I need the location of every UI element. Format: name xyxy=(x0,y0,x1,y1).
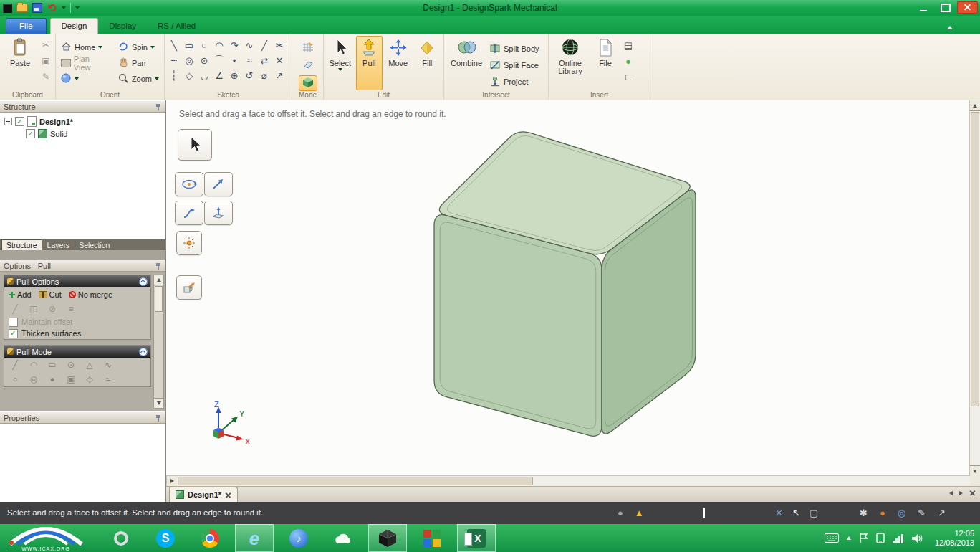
model-cube[interactable] xyxy=(166,100,980,476)
maintain-offset-box-icon[interactable] xyxy=(9,318,18,327)
home-button[interactable]: Home xyxy=(59,40,110,54)
cursor-arrow-icon[interactable]: ↖ xyxy=(792,508,800,518)
insert-sphere-icon[interactable]: ● xyxy=(622,54,635,67)
paste-button[interactable]: Paste xyxy=(3,36,37,90)
tab-rs-allied[interactable]: RS / Allied xyxy=(147,19,206,34)
polygon-icon[interactable]: ◇ xyxy=(183,69,196,82)
annotate-pencil-icon[interactable]: ✎ xyxy=(918,508,926,518)
fill-button[interactable]: Fill xyxy=(414,36,441,90)
network-signal-icon[interactable] xyxy=(893,533,903,543)
warning-icon[interactable]: ▲ xyxy=(635,508,644,518)
taskbar-clock[interactable]: 12:05 12/08/2013 xyxy=(935,529,974,548)
thicken-surfaces-checkbox[interactable]: Thicken surfaces xyxy=(4,328,150,339)
format-painter-icon[interactable]: ✎ xyxy=(39,70,52,83)
tree-item-design1-label[interactable]: Design1* xyxy=(39,118,73,126)
split-body-button[interactable]: Split Body xyxy=(488,42,542,56)
options-pin-icon[interactable] xyxy=(155,262,162,270)
cut-icon[interactable]: ✂ xyxy=(39,39,52,52)
arc-icon[interactable]: ◠ xyxy=(213,39,226,52)
scroll-up-icon[interactable] xyxy=(154,275,163,285)
spin-dropdown-icon[interactable] xyxy=(150,46,155,49)
project-button[interactable]: Project xyxy=(488,75,542,89)
maximize-button[interactable] xyxy=(935,1,956,14)
pull-options-header[interactable]: Pull Options xyxy=(4,275,150,287)
circle-icon[interactable]: ○ xyxy=(198,39,211,52)
hscroll-right-icon[interactable] xyxy=(166,476,177,486)
diameter-icon[interactable]: ⌀ xyxy=(258,69,271,82)
insert-relation-icon[interactable]: ∟ xyxy=(622,70,635,83)
collapse-pull-options-icon[interactable] xyxy=(139,277,148,286)
cut-option[interactable]: Cut xyxy=(39,290,62,299)
blend-mode-icon[interactable]: ≈ xyxy=(102,373,115,386)
vscroll-down-icon[interactable] xyxy=(970,465,980,476)
line-icon[interactable]: ╲ xyxy=(168,39,181,52)
touch-keyboard-icon[interactable] xyxy=(825,533,839,543)
view-sphere-dropdown-icon[interactable] xyxy=(75,77,79,80)
add-option[interactable]: Add xyxy=(9,290,32,299)
taskbar-itunes-button[interactable] xyxy=(279,524,318,552)
copy-icon[interactable]: ▣ xyxy=(39,54,52,67)
volume-icon[interactable] xyxy=(911,533,923,543)
measure-pen-icon[interactable]: ↗ xyxy=(938,508,946,518)
tree-row-design1[interactable]: Design1* xyxy=(4,115,161,128)
revolve-mode-icon[interactable]: ⊙ xyxy=(64,358,77,371)
vscroll-up-icon[interactable] xyxy=(970,100,980,111)
scroll-down-icon[interactable] xyxy=(154,398,163,408)
taskbar-colors-app-button[interactable] xyxy=(413,524,451,552)
taskbar-designspark-button[interactable] xyxy=(368,524,407,552)
close-button[interactable] xyxy=(957,1,978,14)
properties-pin-icon[interactable] xyxy=(155,414,162,422)
combine-button[interactable]: Combine xyxy=(447,36,486,90)
full-pull-mode-icon[interactable]: ● xyxy=(46,373,59,386)
pull-direction-icon[interactable]: ╱ xyxy=(9,303,21,315)
pull-no-icon[interactable]: ⊘ xyxy=(46,303,59,315)
split-face-button[interactable]: Split Face xyxy=(488,58,542,72)
collapse-node-icon[interactable] xyxy=(4,118,12,125)
tab-selection[interactable]: Selection xyxy=(75,239,114,250)
canvas-orbit-tool[interactable] xyxy=(175,172,203,196)
move-button[interactable]: Move xyxy=(385,36,412,90)
taskbar-excel-button[interactable] xyxy=(457,524,496,552)
insert-image-icon[interactable]: ▤ xyxy=(622,39,635,52)
canvas-pull-body-tool[interactable] xyxy=(176,275,202,300)
pan-button[interactable]: Pan xyxy=(116,56,161,70)
taskbar-chrome-button[interactable] xyxy=(191,524,229,552)
sweep-mode-icon[interactable]: ∿ xyxy=(102,358,115,371)
ready-indicator-icon[interactable]: ● xyxy=(618,508,623,518)
zoom-dropdown-icon[interactable] xyxy=(155,77,159,80)
taskbar-ie-button[interactable]: e xyxy=(235,524,274,552)
maintain-offset-checkbox[interactable]: Maintain offset xyxy=(4,316,150,328)
reference-line-icon[interactable]: ┄ xyxy=(168,54,181,67)
minimize-button[interactable] xyxy=(913,1,933,14)
thicken-surfaces-box-icon[interactable] xyxy=(9,329,18,338)
draft-mode-icon[interactable]: △ xyxy=(83,358,96,371)
chamfer-icon[interactable]: ∠ xyxy=(213,69,226,82)
tab-display[interactable]: Display xyxy=(98,19,147,34)
pull-ruler-icon[interactable]: ◫ xyxy=(27,303,40,315)
tangent-circle-icon[interactable]: ◎ xyxy=(183,54,196,67)
solid-visibility-checkbox[interactable] xyxy=(26,129,35,138)
view-sphere-button[interactable] xyxy=(59,72,110,86)
select-dropdown-icon[interactable] xyxy=(338,68,342,71)
tab-design[interactable]: Design xyxy=(50,18,99,34)
tab-structure[interactable]: Structure xyxy=(1,239,42,250)
pull-measure-icon[interactable]: ≡ xyxy=(64,303,77,315)
solid-mode-button[interactable] xyxy=(299,75,317,91)
point-icon[interactable]: • xyxy=(228,54,241,67)
copy-edge-mode-icon[interactable]: ▣ xyxy=(64,373,77,386)
spin-button[interactable]: Spin xyxy=(116,40,161,54)
sketch-mode-button[interactable] xyxy=(299,39,317,55)
spline-icon[interactable]: ∿ xyxy=(243,39,256,52)
fillet-icon[interactable]: ◡ xyxy=(198,69,211,82)
zoom-tool-icon[interactable]: ◎ xyxy=(898,508,905,518)
offset-curve-icon[interactable]: ≈ xyxy=(243,54,256,67)
rectangle-icon[interactable]: ▭ xyxy=(183,39,196,52)
canvas-draft-tool[interactable] xyxy=(204,201,233,225)
canvas-vscrollbar[interactable] xyxy=(969,100,980,476)
scale-mode-icon[interactable]: ◎ xyxy=(27,373,40,386)
project-sketch-icon[interactable]: ⊕ xyxy=(228,69,241,82)
no-merge-option[interactable]: No merge xyxy=(69,290,112,299)
action-center-flag-icon[interactable] xyxy=(859,533,868,543)
selection-box-icon[interactable]: ▢ xyxy=(810,508,818,518)
tab-scroll-right-icon[interactable] xyxy=(959,491,963,495)
